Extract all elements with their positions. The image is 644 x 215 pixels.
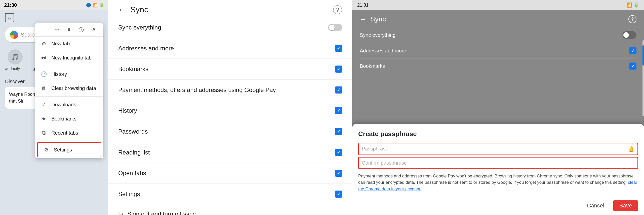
sync-item-passwords[interactable]: Passwords: [108, 121, 352, 142]
back-button[interactable]: ←: [118, 6, 125, 14]
confirm-input-wrapper[interactable]: Confirm passphrase: [358, 157, 638, 169]
battery-icon-3: 🔋: [633, 2, 639, 8]
clear-data-icon: 🗑: [40, 85, 47, 92]
quick-label-1: audacity an...: [5, 67, 25, 71]
network-icon: 📶: [626, 2, 632, 8]
panel3-sync-background: ← Sync ? Sync everything Addresses and m…: [352, 10, 644, 215]
quick-icon-1[interactable]: 🎵 audacity an...: [5, 49, 25, 71]
history-label: History: [51, 71, 67, 77]
panel3-bookmarks-label: Bookmarks: [360, 63, 385, 69]
home-icon[interactable]: ⌂: [5, 13, 14, 22]
payment-label: Payment methods, offers and addresses us…: [118, 86, 276, 94]
panel-browser: 21:30 🔵 📶 🔋 ⌂ Search or type URL 🎵 audac…: [0, 0, 108, 215]
sync-item-everything[interactable]: Sync everything: [108, 17, 352, 38]
forward-icon[interactable]: →: [41, 26, 49, 34]
panel3-addresses-label: Addresses and more: [360, 48, 406, 54]
panel3-sync-everything-label: Sync everything: [360, 32, 395, 38]
history-sync-label: History: [118, 106, 137, 115]
addresses-label: Addresses and more: [118, 44, 174, 53]
bell-icon: 🔔: [628, 146, 634, 152]
clear-data-label: Clear browsing data: [51, 85, 96, 91]
status-icons-3: 📶 🔋: [626, 2, 639, 8]
sync-item-reading-list[interactable]: Reading list: [108, 142, 352, 163]
refresh-icon[interactable]: ↺: [89, 26, 97, 34]
sign-out-icon: ↪: [118, 210, 123, 215]
sync-everything-toggle[interactable]: [328, 24, 342, 31]
menu-item-clear-data[interactable]: 🗑 Clear browsing data: [35, 81, 103, 95]
toggle-knob: [329, 25, 335, 30]
recent-tabs-label: Recent tabs: [51, 130, 78, 136]
reading-list-checkbox[interactable]: [335, 149, 342, 156]
menu-item-settings[interactable]: ⚙ Settings: [37, 142, 101, 157]
status-bar-3: 21:31 📶 🔋: [352, 0, 644, 10]
signal-icon: 🔵: [86, 3, 91, 8]
incognito-icon: 🕶: [40, 54, 47, 61]
download-icon[interactable]: ⬇: [65, 26, 73, 34]
sync-header: ← Sync ?: [108, 0, 352, 17]
panel3-toggle[interactable]: [622, 31, 636, 39]
panel3-sync-header: ← Sync ?: [360, 15, 636, 23]
menu-divider-3: [35, 141, 103, 141]
menu-divider-2: [35, 96, 103, 97]
panel3-sync-content: ← Sync ? Sync everything Addresses and m…: [352, 10, 644, 79]
status-icons-1: 🔵 📶 🔋: [86, 3, 104, 8]
sync-item-addresses[interactable]: Addresses and more: [108, 38, 352, 59]
sync-list: Sync everything Addresses and more Bookm…: [108, 17, 352, 215]
sync-item-bookmarks[interactable]: Bookmarks: [108, 59, 352, 80]
panel-sync: ← Sync ? Sync everything Addresses and m…: [108, 0, 352, 215]
menu-item-downloads[interactable]: ✓ Downloads: [35, 98, 103, 112]
status-bar-1: 21:30 🔵 📶 🔋: [0, 0, 108, 10]
open-tabs-checkbox[interactable]: [335, 170, 342, 177]
settings-sync-label: Settings: [118, 190, 140, 198]
incognito-label: New Incognito tab: [51, 55, 92, 61]
panel3-header-left: ← Sync: [360, 15, 386, 23]
save-button[interactable]: Save: [613, 200, 638, 211]
menu-item-new-tab[interactable]: ⊕ New tab: [35, 37, 103, 51]
bookmarks-label: Bookmarks: [118, 65, 148, 73]
home-bar: ⌂: [0, 10, 108, 25]
browser-background: ⌂ Search or type URL 🎵 audacity an... 🔗 …: [0, 10, 108, 215]
open-tabs-label: Open tabs: [118, 169, 146, 177]
addresses-checkbox[interactable]: [335, 45, 342, 52]
panel3-sync-everything[interactable]: Sync everything: [360, 27, 636, 43]
passphrase-input[interactable]: Passphrase: [362, 146, 388, 152]
status-time-1: 21:30: [4, 2, 17, 8]
confirm-passphrase-input[interactable]: Confirm passphrase: [362, 160, 407, 166]
new-tab-icon: ⊕: [40, 40, 47, 47]
panel3-back-button[interactable]: ←: [360, 15, 366, 23]
sync-item-settings[interactable]: Settings: [108, 184, 352, 205]
dialog-buttons: Cancel Save: [358, 196, 638, 215]
google-logo: [10, 31, 18, 39]
sync-item-payment[interactable]: Payment methods, offers and addresses us…: [108, 80, 352, 101]
quick-circle-1: 🎵: [8, 49, 23, 65]
history-checkbox[interactable]: [335, 107, 342, 114]
menu-item-incognito[interactable]: 🕶 New Incognito tab: [35, 51, 103, 65]
sign-out-item[interactable]: ↪ Sign out and turn off sync: [108, 204, 352, 215]
panel3-addresses-checkbox[interactable]: [629, 47, 636, 54]
panel3-help-button[interactable]: ?: [628, 15, 636, 23]
payment-checkbox[interactable]: [335, 86, 342, 94]
panel3-page-title: Sync: [370, 15, 386, 23]
panel3-bookmarks-checkbox[interactable]: [629, 63, 636, 70]
bookmarks-checkbox[interactable]: [335, 66, 342, 73]
panel3-bookmarks[interactable]: Bookmarks: [360, 58, 636, 74]
settings-checkbox[interactable]: [335, 191, 342, 198]
passwords-label: Passwords: [118, 127, 148, 136]
info-icon[interactable]: ⓘ: [77, 26, 85, 34]
cancel-button[interactable]: Cancel: [583, 200, 608, 211]
star-icon[interactable]: ☆: [53, 26, 61, 34]
panel3-addresses[interactable]: Addresses and more: [360, 43, 636, 58]
menu-divider-1: [35, 66, 103, 66]
menu-item-recent-tabs[interactable]: ⧉ Recent tabs: [35, 126, 103, 140]
help-button[interactable]: ?: [333, 5, 342, 14]
passphrase-input-wrapper[interactable]: Passphrase 🔔: [358, 143, 638, 155]
scrollbar[interactable]: [642, 40, 644, 116]
sync-item-history[interactable]: History: [108, 100, 352, 121]
new-tab-label: New tab: [51, 41, 70, 47]
sync-item-open-tabs[interactable]: Open tabs: [108, 163, 352, 184]
menu-item-bookmarks[interactable]: ★ Bookmarks: [35, 112, 103, 126]
passwords-checkbox[interactable]: [335, 128, 342, 135]
bookmarks-icon: ★: [40, 115, 47, 122]
toolbar: → ☆ ⬇ ⓘ ↺: [35, 23, 103, 37]
menu-item-history[interactable]: 🕐 History: [35, 67, 103, 81]
